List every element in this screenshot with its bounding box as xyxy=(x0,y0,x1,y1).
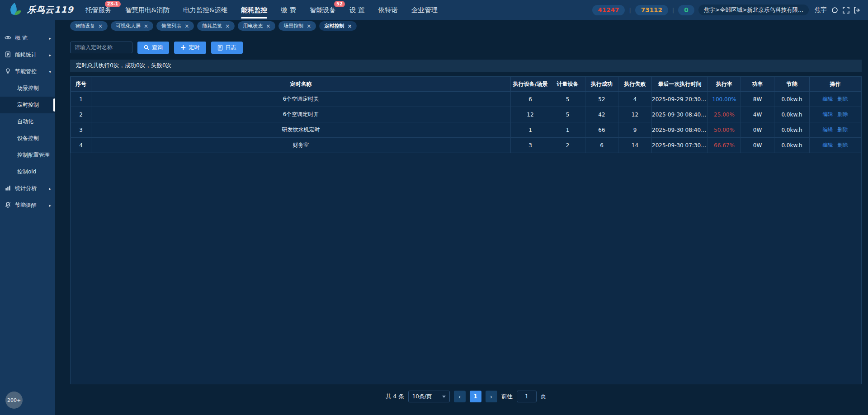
page-number-button[interactable]: 1 xyxy=(470,391,481,402)
next-page-button[interactable]: › xyxy=(486,391,497,402)
edit-link[interactable]: 编辑 xyxy=(823,111,833,117)
sidebar-subitem[interactable]: 控制配置管理 xyxy=(0,147,55,163)
log-button-label: 日志 xyxy=(226,44,236,51)
alarm-counter-pill[interactable]: 73112 xyxy=(635,5,668,15)
delete-link[interactable]: 删除 xyxy=(838,142,848,148)
top-nav-item[interactable]: 依特诺 xyxy=(378,0,398,20)
query-button[interactable]: 查询 xyxy=(137,42,169,54)
edit-link[interactable]: 编辑 xyxy=(823,126,833,133)
tab[interactable]: 能耗总览× xyxy=(197,21,235,31)
sidebar-subitem[interactable]: 设备控制 xyxy=(0,130,55,147)
top-nav-item[interactable]: 智能设备52 xyxy=(310,0,336,20)
add-timer-button[interactable]: + 定时 xyxy=(174,42,206,54)
sidebar-item[interactable]: 节能管控▾ xyxy=(0,63,55,80)
goto-page-input[interactable] xyxy=(517,391,537,402)
close-tab-icon[interactable]: × xyxy=(144,23,148,29)
top-nav-item[interactable]: 托管服务23-1 xyxy=(85,0,112,20)
table-row: 26个空调定时开12542122025-09-30 08:40:0025.00%… xyxy=(71,107,861,122)
close-tab-icon[interactable]: × xyxy=(347,23,352,29)
exec-rate: 66.67% xyxy=(708,138,741,153)
top-nav-item[interactable]: 设 置 xyxy=(349,0,365,20)
topbar-right: 41247|73112|0 焦宇>全部区域>新北京乐鸟科技有限... 焦宇 xyxy=(592,5,868,15)
fullscreen-icon[interactable] xyxy=(842,6,849,14)
close-tab-icon[interactable]: × xyxy=(98,23,103,29)
top-nav-item-label: 企业管理 xyxy=(411,6,438,14)
delete-link[interactable]: 删除 xyxy=(838,126,848,133)
top-nav-item[interactable]: 缴 费 xyxy=(281,0,296,20)
top-nav-item-label: 缴 费 xyxy=(281,6,296,14)
alarm-counter-pill[interactable]: 41247 xyxy=(592,5,625,15)
tab[interactable]: 用电状态× xyxy=(238,21,275,31)
top-nav-item[interactable]: 智慧用电&消防 xyxy=(125,0,170,20)
exec-success: 6 xyxy=(585,138,618,153)
last-exec-time: 2025-09-30 08:40:00 xyxy=(652,107,708,122)
sidebar-subitem[interactable]: 控制old xyxy=(0,163,55,180)
table-row: 4财务室326142025-09-30 07:30:0066.67%0W0.0k… xyxy=(71,138,861,153)
sidebar-item[interactable]: 概 览▸ xyxy=(0,30,55,47)
tab-label: 智能设备 xyxy=(75,23,95,29)
region-selector[interactable]: 焦宇>全部区域>新北京乐鸟科技有限... xyxy=(698,5,809,15)
table-header-cell: 节能 xyxy=(774,77,810,92)
tab[interactable]: 告警列表× xyxy=(156,21,194,31)
top-nav-item-label: 能耗监控 xyxy=(241,6,267,14)
last-exec-time: 2025-09-30 07:30:00 xyxy=(652,138,708,153)
plus-icon: + xyxy=(180,44,186,51)
circle-icon[interactable] xyxy=(831,6,838,14)
alarm-counter-pill[interactable]: 0 xyxy=(678,5,694,15)
chevron-right-icon: ▸ xyxy=(49,53,51,57)
last-exec-time: 2025-09-30 08:40:00 xyxy=(652,122,708,138)
tab-label: 告警列表 xyxy=(161,23,181,29)
chevron-down-icon xyxy=(442,396,446,398)
meter-devices: 5 xyxy=(550,107,585,122)
sidebar-subitem[interactable]: 定时控制 xyxy=(0,97,55,113)
row-actions: 编辑删除 xyxy=(810,107,861,122)
exec-devices: 1 xyxy=(511,122,550,138)
table-header-row: 序号定时名称执行设备/场景计量设备执行成功执行失败最后一次执行时间执行率功率节能… xyxy=(71,77,861,92)
tab[interactable]: 定时控制× xyxy=(319,21,357,31)
top-nav-item[interactable]: 企业管理 xyxy=(411,0,438,20)
close-tab-icon[interactable]: × xyxy=(225,23,230,29)
sidebar-subitem[interactable]: 场景控制 xyxy=(0,80,55,97)
close-tab-icon[interactable]: × xyxy=(184,23,189,29)
top-nav-item[interactable]: 能耗监控 xyxy=(241,0,267,20)
sidebar: 概 览▸能耗统计▸节能管控▾场景控制定时控制自动化设备控制控制配置管理控制old… xyxy=(0,20,55,415)
exec-devices: 3 xyxy=(511,138,550,153)
sidebar-item[interactable]: 节能提醒▸ xyxy=(0,197,55,214)
sidebar-item-label: 节能提醒 xyxy=(15,201,37,209)
goto-label: 前往 xyxy=(501,393,513,401)
edit-link[interactable]: 编辑 xyxy=(823,96,833,102)
eye-icon xyxy=(5,34,11,42)
top-nav-item-label: 电力监控&运维 xyxy=(183,6,227,14)
notification-float-badge[interactable]: 200+ xyxy=(5,392,23,409)
search-icon xyxy=(144,45,149,50)
close-tab-icon[interactable]: × xyxy=(266,23,270,29)
username[interactable]: 焦宇 xyxy=(815,6,827,14)
top-nav-item[interactable]: 电力监控&运维 xyxy=(183,0,227,20)
log-button[interactable]: 日志 xyxy=(211,42,243,54)
edit-link[interactable]: 编辑 xyxy=(823,142,833,148)
exec-fail: 9 xyxy=(618,122,652,138)
timer-name: 6个空调定时关 xyxy=(91,92,511,107)
sidebar-item[interactable]: 能耗统计▸ xyxy=(0,47,55,63)
delete-link[interactable]: 删除 xyxy=(838,96,848,102)
query-button-label: 查询 xyxy=(152,44,163,51)
tab[interactable]: 可视化大屏× xyxy=(111,21,153,31)
search-input[interactable] xyxy=(70,42,132,53)
meter-devices: 2 xyxy=(550,138,585,153)
table-header-cell: 操作 xyxy=(810,77,861,92)
top-nav-item-label: 依特诺 xyxy=(378,6,398,14)
top-nav-item-label: 智慧用电&消防 xyxy=(125,6,170,14)
logout-icon[interactable] xyxy=(854,6,861,14)
page-unit-label: 页 xyxy=(541,393,547,401)
tab[interactable]: 智能设备× xyxy=(70,21,108,31)
close-tab-icon[interactable]: × xyxy=(307,23,311,29)
page-size-select[interactable]: 10条/页 xyxy=(408,391,450,402)
power: 0W xyxy=(741,138,774,153)
tab[interactable]: 场景控制× xyxy=(278,21,316,31)
sidebar-item[interactable]: 统计分析▸ xyxy=(0,180,55,197)
prev-page-button[interactable]: ‹ xyxy=(454,391,466,402)
delete-link[interactable]: 删除 xyxy=(838,111,848,117)
tab-label: 能耗总览 xyxy=(202,23,222,29)
top-nav-item-label: 设 置 xyxy=(349,6,365,14)
sidebar-subitem[interactable]: 自动化 xyxy=(0,113,55,130)
